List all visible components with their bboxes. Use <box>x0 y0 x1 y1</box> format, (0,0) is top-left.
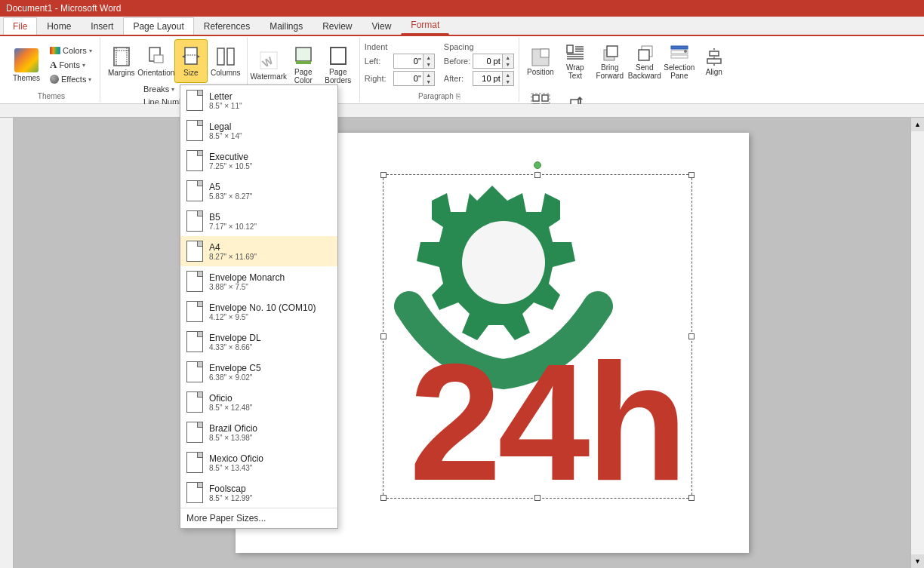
ribbon-tabs: File Home Insert Page Layout References … <box>0 17 924 36</box>
tab-format[interactable]: Format <box>401 16 449 35</box>
size-button[interactable]: Size <box>174 39 208 83</box>
size-item-envelope-dl[interactable]: Envelope DL4.33" × 8.66" <box>180 327 337 357</box>
effects-button[interactable]: Effects ▾ <box>47 73 95 85</box>
handle-ml[interactable] <box>380 333 387 339</box>
arrange-group: Position Wrap Text <box>519 38 755 102</box>
indent-right-label: Right: <box>365 74 391 83</box>
size-item-legal[interactable]: Legal8.5" × 14" <box>180 115 337 146</box>
columns-icon <box>215 46 236 67</box>
tab-home[interactable]: Home <box>37 17 81 35</box>
ribbon: Themes Colors ▾ A Fonts ▾ Effects ▾ <box>0 36 924 104</box>
svg-rect-5 <box>154 55 163 63</box>
document-area[interactable]: 24h <box>14 118 910 568</box>
page-borders-button[interactable]: Page Borders <box>322 43 355 87</box>
paper-icon <box>186 150 203 171</box>
tab-review[interactable]: Review <box>313 17 362 35</box>
paragraph-dialog-launcher[interactable]: ⎘ <box>456 92 460 100</box>
handle-br[interactable] <box>688 495 695 501</box>
bring-forward-button[interactable]: Bring Forward <box>593 39 627 83</box>
handle-tr[interactable] <box>688 172 695 178</box>
tab-references[interactable]: References <box>194 17 260 35</box>
paper-icon <box>186 180 203 201</box>
tab-insert[interactable]: Insert <box>81 17 123 35</box>
paper-icon <box>186 210 203 232</box>
svg-rect-8 <box>217 48 224 65</box>
effects-label: Effects <box>61 75 86 84</box>
paper-icon <box>186 361 203 382</box>
size-name: Envelope DL <box>209 333 261 343</box>
page-borders-label: Page Borders <box>323 68 353 84</box>
size-item-executive[interactable]: Executive7.25" × 10.5" <box>180 146 337 176</box>
handle-tl[interactable] <box>380 172 387 178</box>
paper-icon <box>186 452 203 473</box>
watermark-button[interactable]: W Watermark <box>252 43 285 87</box>
align-label: Align <box>706 68 722 76</box>
size-item-envelope-c5[interactable]: Envelope C56.38" × 9.02" <box>180 357 337 387</box>
spacing-before-label: Before: <box>444 57 470 66</box>
size-item-foolscap[interactable]: Foolscap8.5" × 12.99" <box>180 477 337 508</box>
indent-right-up[interactable]: ▲ <box>424 72 434 78</box>
indent-right-spinbox: ▲ ▼ <box>393 71 435 86</box>
page-color-button[interactable]: Page Color <box>287 43 320 87</box>
more-sizes-button[interactable]: More Paper Sizes... <box>180 508 337 528</box>
wrap-text-icon <box>565 42 586 63</box>
spacing-after-input[interactable] <box>473 73 502 84</box>
selection-pane-button[interactable]: Selection Pane <box>663 39 696 83</box>
wrap-text-button[interactable]: Wrap Text <box>559 39 592 83</box>
size-item-a4[interactable]: A48.27" × 11.69" <box>180 236 337 266</box>
handle-bl[interactable] <box>380 495 387 501</box>
spacing-before-down[interactable]: ▼ <box>503 61 513 68</box>
main-area: 24h ▲ ▼ <box>0 118 924 568</box>
indent-right-input[interactable] <box>394 73 423 84</box>
columns-button[interactable]: Columns <box>209 39 242 83</box>
scroll-down-button[interactable]: ▼ <box>911 554 925 568</box>
align-button[interactable]: Align <box>698 39 731 83</box>
spacing-after-arrows: ▲ ▼ <box>502 72 513 85</box>
size-item-brazil-oficio[interactable]: Brazil Oficio8.5" × 13.98" <box>180 417 337 447</box>
size-dims: 4.12" × 9.5" <box>209 313 316 321</box>
vertical-scrollbar[interactable]: ▲ ▼ <box>910 118 924 568</box>
send-backward-button[interactable]: Send Backward <box>628 39 661 83</box>
size-dropdown-scroll[interactable]: Letter8.5" × 11"Legal8.5" × 14"Executive… <box>180 85 337 508</box>
tab-view[interactable]: View <box>362 17 402 35</box>
indent-right-down[interactable]: ▼ <box>424 78 434 85</box>
orientation-button[interactable]: Orientation <box>140 39 173 83</box>
size-name: A4 <box>209 242 257 253</box>
indent-left-down[interactable]: ▼ <box>424 61 434 68</box>
themes-group-label: Themes <box>38 91 65 100</box>
spacing-after-down[interactable]: ▼ <box>503 78 513 85</box>
paper-icon <box>186 301 203 322</box>
position-button[interactable]: Position <box>524 39 557 83</box>
size-item-letter[interactable]: Letter8.5" × 11" <box>180 85 337 115</box>
themes-group: Themes Colors ▾ A Fonts ▾ Effects ▾ <box>3 38 100 102</box>
size-item-a5[interactable]: A55.83" × 8.27" <box>180 176 337 206</box>
spacing-before-up[interactable]: ▲ <box>503 54 513 61</box>
handle-tc[interactable] <box>534 172 541 178</box>
margins-button[interactable]: Margins <box>105 39 138 83</box>
indent-left-input[interactable] <box>394 56 423 66</box>
fonts-button[interactable]: A Fonts ▾ <box>47 57 95 72</box>
size-name: A5 <box>209 182 252 192</box>
indent-left-up[interactable]: ▲ <box>424 54 434 61</box>
rotate-handle[interactable] <box>534 161 541 169</box>
size-item-envelope-monarch[interactable]: Envelope Monarch3.88" × 7.5" <box>180 266 337 296</box>
size-label: Size <box>183 69 198 77</box>
handle-mr[interactable] <box>688 333 695 339</box>
size-item-envelope-no.-10-(com10)[interactable]: Envelope No. 10 (COM10)4.12" × 9.5" <box>180 296 337 327</box>
size-item-mexico-oficio[interactable]: Mexico Oficio8.5" × 13.43" <box>180 447 337 477</box>
themes-button[interactable]: Themes <box>8 43 45 87</box>
spacing-before-input[interactable] <box>473 56 502 66</box>
colors-button[interactable]: Colors ▾ <box>47 45 95 57</box>
themes-label: Themes <box>13 74 40 82</box>
tab-file[interactable]: File <box>3 17 37 35</box>
spacing-before-arrows: ▲ ▼ <box>502 54 513 68</box>
spacing-after-up[interactable]: ▲ <box>503 72 513 78</box>
paragraph-group-label: Paragraph ⎘ <box>418 91 460 100</box>
scroll-up-button[interactable]: ▲ <box>911 118 925 131</box>
paper-icon <box>186 241 203 262</box>
size-item-oficio[interactable]: Oficio8.5" × 12.48" <box>180 387 337 417</box>
size-item-b5[interactable]: B57.17" × 10.12" <box>180 206 337 236</box>
tab-mailings[interactable]: Mailings <box>260 17 313 35</box>
tab-pagelayout[interactable]: Page Layout <box>123 17 193 35</box>
paper-icon <box>186 331 203 352</box>
